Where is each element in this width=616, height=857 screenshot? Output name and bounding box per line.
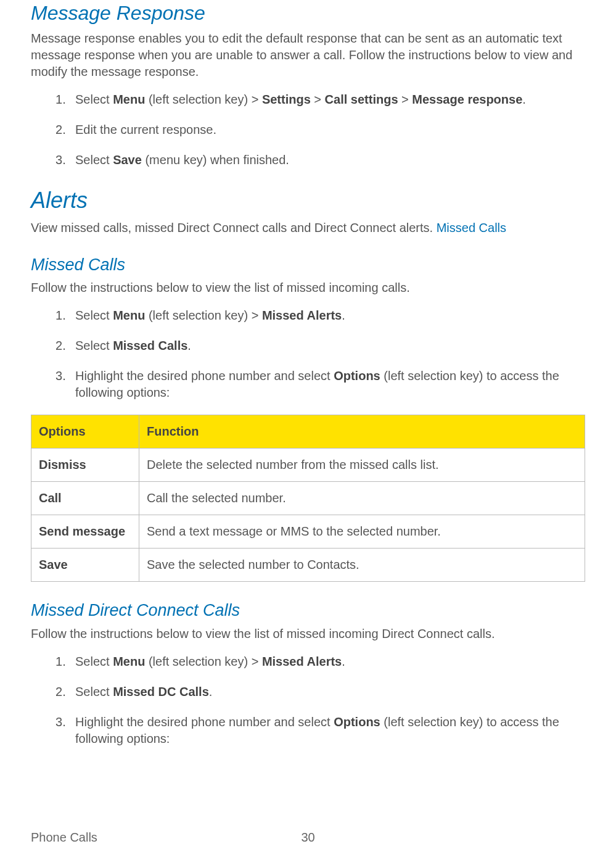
text: . bbox=[342, 655, 345, 668]
bold-text: Call settings bbox=[325, 93, 398, 106]
intro-message-response: Message response enables you to edit the… bbox=[31, 30, 585, 80]
text: . bbox=[187, 339, 191, 352]
bold-text: Menu bbox=[113, 93, 145, 106]
text: Select bbox=[75, 153, 113, 167]
table-row: Save Save the selected number to Contact… bbox=[31, 549, 585, 582]
text: (menu key) when finished. bbox=[142, 153, 289, 167]
text: Select bbox=[75, 339, 113, 352]
table-header: Function bbox=[139, 415, 585, 449]
bold-text: Save bbox=[113, 153, 142, 167]
bold-text: Settings bbox=[262, 93, 311, 106]
text: . bbox=[522, 93, 526, 106]
text: (left selection key) > bbox=[145, 93, 262, 106]
bold-text: Missed DC Calls bbox=[113, 685, 209, 698]
list-item: Edit the current response. bbox=[55, 122, 585, 138]
heading-alerts: Alerts bbox=[31, 186, 585, 216]
footer-page-number: 30 bbox=[301, 829, 314, 846]
text: Edit the current response. bbox=[75, 123, 216, 136]
text: > bbox=[398, 93, 413, 106]
list-message-response: Select Menu (left selection key) > Setti… bbox=[55, 91, 585, 168]
footer-section: Phone Calls bbox=[31, 830, 97, 844]
table-cell-option: Call bbox=[31, 482, 139, 515]
table-cell-option: Send message bbox=[31, 515, 139, 549]
text: (left selection key) > bbox=[145, 308, 262, 322]
link-missed-calls[interactable]: Missed Calls bbox=[437, 221, 506, 234]
text: Select bbox=[75, 685, 113, 698]
text: > bbox=[311, 93, 325, 106]
text: Highlight the desired phone number and s… bbox=[75, 369, 334, 383]
list-item: Select Menu (left selection key) > Misse… bbox=[55, 653, 585, 670]
table-cell-function: Save the selected number to Contacts. bbox=[139, 549, 585, 582]
page-content: Message Response Message response enable… bbox=[0, 0, 616, 747]
list-missed-dc-calls: Select Menu (left selection key) > Misse… bbox=[55, 653, 585, 747]
bold-text: Missed Alerts bbox=[262, 308, 342, 322]
list-item: Select Missed DC Calls. bbox=[55, 684, 585, 700]
heading-missed-dc-calls: Missed Direct Connect Calls bbox=[31, 599, 585, 621]
table-cell-option: Dismiss bbox=[31, 449, 139, 482]
table-row: Send message Send a text message or MMS … bbox=[31, 515, 585, 549]
bold-text: Missed Alerts bbox=[262, 655, 342, 668]
bold-text: Missed Calls bbox=[113, 339, 187, 352]
text: Select bbox=[75, 655, 113, 668]
bold-text: Message response bbox=[412, 93, 522, 106]
text: Select bbox=[75, 308, 113, 322]
table-cell-function: Send a text message or MMS to the select… bbox=[139, 515, 585, 549]
list-item: Select Save (menu key) when finished. bbox=[55, 152, 585, 168]
text: View missed calls, missed Direct Connect… bbox=[31, 221, 437, 234]
text: . bbox=[209, 685, 213, 698]
options-table: Options Function Dismiss Delete the sele… bbox=[31, 415, 585, 582]
bold-text: Options bbox=[334, 369, 380, 383]
heading-message-response: Message Response bbox=[31, 0, 585, 27]
heading-missed-calls: Missed Calls bbox=[31, 254, 585, 276]
list-missed-calls: Select Menu (left selection key) > Misse… bbox=[55, 307, 585, 401]
intro-missed-dc-calls: Follow the instructions below to view th… bbox=[31, 626, 585, 642]
table-header: Options bbox=[31, 415, 139, 449]
table-row: Dismiss Delete the selected number from … bbox=[31, 449, 585, 482]
table-cell-function: Call the selected number. bbox=[139, 482, 585, 515]
list-item: Highlight the desired phone number and s… bbox=[55, 368, 585, 401]
bold-text: Options bbox=[334, 715, 380, 729]
intro-alerts: View missed calls, missed Direct Connect… bbox=[31, 220, 585, 236]
table-cell-function: Delete the selected number from the miss… bbox=[139, 449, 585, 482]
text: Select bbox=[75, 93, 113, 106]
list-item: Select Menu (left selection key) > Misse… bbox=[55, 307, 585, 324]
list-item: Select Menu (left selection key) > Setti… bbox=[55, 91, 585, 108]
text: (left selection key) > bbox=[145, 655, 262, 668]
list-item: Select Missed Calls. bbox=[55, 337, 585, 354]
table-header-row: Options Function bbox=[31, 415, 585, 449]
footer: Phone Calls 30 bbox=[31, 829, 585, 846]
intro-missed-calls: Follow the instructions below to view th… bbox=[31, 279, 585, 296]
list-item: Highlight the desired phone number and s… bbox=[55, 714, 585, 747]
table-cell-option: Save bbox=[31, 549, 139, 582]
bold-text: Menu bbox=[113, 308, 145, 322]
bold-text: Menu bbox=[113, 655, 145, 668]
text: Highlight the desired phone number and s… bbox=[75, 715, 334, 729]
text: . bbox=[342, 308, 345, 322]
table-row: Call Call the selected number. bbox=[31, 482, 585, 515]
